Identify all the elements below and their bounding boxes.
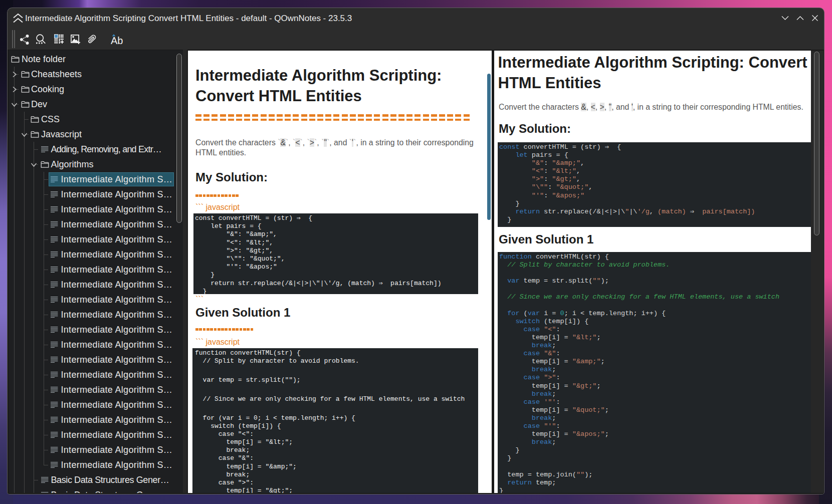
svg-text:Ab: Ab (111, 35, 123, 46)
